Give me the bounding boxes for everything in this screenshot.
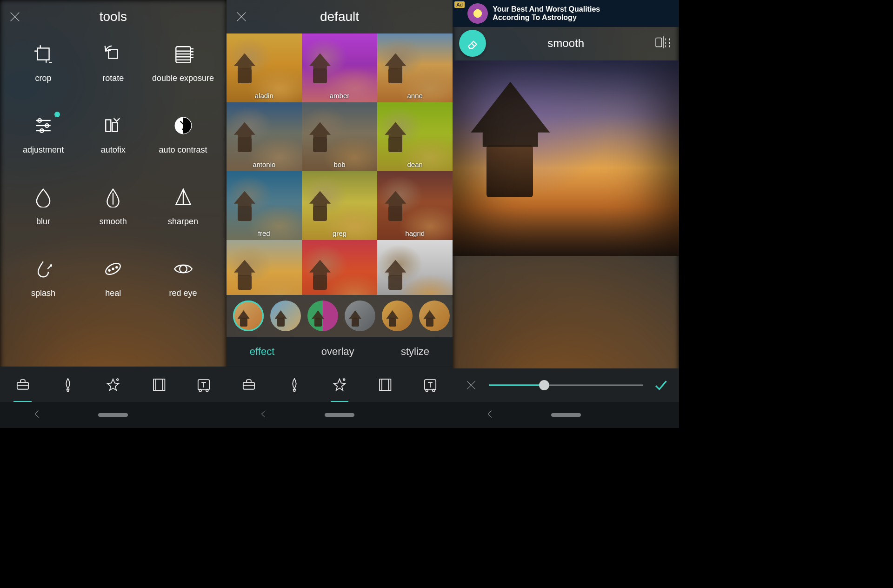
auto-contrast-icon [171,114,195,138]
filter-dean[interactable]: dean [377,102,453,171]
filter-fred[interactable]: fred [227,171,302,240]
splash-icon [31,257,55,281]
filter-pack-0[interactable] [233,301,264,331]
screen-title: smooth [453,37,679,50]
filter-jean[interactable]: jean [377,240,453,295]
system-back-button[interactable] [32,409,42,421]
effects-icon [332,377,347,393]
svg-point-31 [426,389,428,391]
filter-label: anne [377,92,453,100]
svg-rect-21 [153,379,162,390]
filter-label: hagrid [377,229,453,237]
system-back-button[interactable] [485,409,495,421]
tool-heal[interactable]: heal [79,253,147,323]
tool-crop[interactable]: crop [9,38,77,108]
filter-pack-2[interactable] [307,301,338,331]
tool-label: auto contrast [159,145,207,155]
tool-label: red eye [169,288,197,298]
chevron-left-icon [485,409,495,419]
red-eye-icon [171,257,195,281]
filter-label: amber [302,92,377,100]
svg-point-15 [109,270,110,271]
svg-rect-28 [380,379,388,390]
close-icon [8,10,21,23]
tool-blur[interactable]: blur [9,181,77,251]
filter-pack-3[interactable] [345,301,375,331]
filter-harry[interactable]: harry [227,240,302,295]
tool-red-eye[interactable]: red eye [149,253,217,323]
filter-pack-5[interactable] [419,301,450,331]
svg-rect-26 [243,382,254,389]
filter-greg[interactable]: greg [302,171,377,240]
filter-antonio[interactable]: antonio [227,102,302,171]
apply-button[interactable] [651,376,670,394]
image-preview[interactable] [453,60,679,256]
filter-label: bob [302,160,377,168]
nav-frame[interactable] [147,374,170,396]
nav-toolbox[interactable] [12,374,34,396]
svg-point-18 [180,265,187,273]
tab-stylize[interactable]: stylize [401,346,429,358]
ad-text: Your Best And Worst Qualities According … [493,5,600,22]
crop-icon [31,42,55,66]
intensity-slider[interactable] [489,377,643,394]
filter-pack-4[interactable] [382,301,413,331]
filter-aladin[interactable]: aladin [227,33,302,102]
tool-label: crop [35,74,52,83]
tool-label: blur [36,217,50,227]
filter-bob[interactable]: bob [302,102,377,171]
close-button[interactable] [8,10,21,23]
filter-amber[interactable]: amber [302,33,377,102]
double-exposure-icon [171,42,195,66]
smooth-screen: Ad Your Best And Worst Qualities Accordi… [453,0,679,428]
filter-label: aladin [227,92,302,100]
badge-dot [54,112,60,117]
tool-adjustment[interactable]: adjustment [9,110,77,180]
close-button[interactable] [235,10,248,23]
tab-overlay[interactable]: overlay [321,346,354,358]
nav-frame[interactable] [373,374,396,396]
rotate-icon [101,42,125,66]
filter-label: fred [227,229,302,237]
svg-point-25 [206,389,208,391]
tool-rotate[interactable]: rotate [79,38,147,108]
tool-double-exposure[interactable]: double exposure [149,38,217,108]
close-icon [235,10,248,23]
tool-autofix[interactable]: autofix [79,110,147,180]
filter-pack-1[interactable] [270,301,301,331]
filter-ivan[interactable]: ivan [302,240,377,295]
filter-anne[interactable]: anne [377,33,453,102]
tool-label: double exposure [152,74,214,83]
system-home-pill[interactable] [551,413,581,417]
nav-text[interactable] [193,374,215,396]
nav-effects[interactable] [328,374,351,396]
nav-brush[interactable] [283,374,306,396]
system-home-pill[interactable] [325,413,354,417]
tool-label: adjustment [23,145,64,155]
nav-text[interactable] [419,374,441,396]
ad-image [467,3,488,24]
tool-smooth[interactable]: smooth [79,181,147,251]
svg-point-24 [199,389,201,391]
cancel-button[interactable] [462,376,480,394]
tool-splash[interactable]: splash [9,253,77,323]
sharpen-icon [171,185,195,209]
tool-label: sharpen [168,217,198,227]
system-home-pill[interactable] [98,413,128,417]
blur-icon [31,185,55,209]
svg-rect-0 [38,48,49,60]
tab-effect[interactable]: effect [250,346,274,358]
system-back-button[interactable] [259,409,269,421]
nav-brush[interactable] [57,374,79,396]
svg-rect-29 [382,379,391,390]
ad-banner[interactable]: Ad Your Best And Worst Qualities Accordi… [453,0,679,27]
nav-toolbox[interactable] [238,374,260,396]
chevron-left-icon [32,409,42,419]
nav-effects[interactable] [102,374,124,396]
filter-hagrid[interactable]: hagrid [377,171,453,240]
ad-badge: Ad [454,1,464,8]
filter-pack-row[interactable] [227,295,453,337]
tool-auto-contrast[interactable]: auto contrast [149,110,217,180]
tool-sharpen[interactable]: sharpen [149,181,217,251]
svg-rect-9 [106,120,111,131]
